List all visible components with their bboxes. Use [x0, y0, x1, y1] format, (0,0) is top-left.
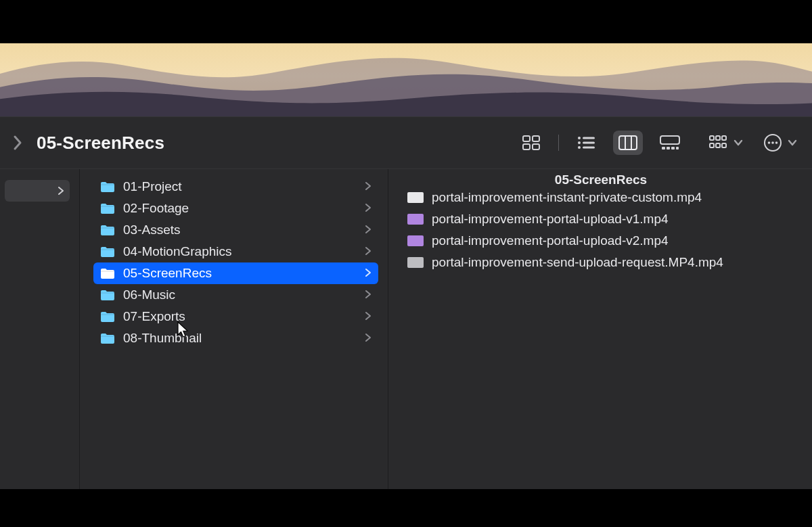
svg-rect-20 — [722, 136, 726, 140]
grid-icon — [522, 135, 540, 150]
window-title: 05-ScreenRecs — [37, 133, 164, 154]
folder-row[interactable]: 03-Assets — [93, 219, 378, 241]
action-menu-button[interactable] — [763, 133, 797, 152]
ellipsis-circle-icon — [763, 133, 782, 152]
folder-name: 02-Footage — [123, 201, 357, 216]
folder-name: 03-Assets — [123, 223, 357, 237]
folder-name: 05-ScreenRecs — [123, 266, 357, 281]
chevron-right-icon — [365, 201, 371, 216]
folder-name: 08-Thumbnail — [123, 331, 357, 346]
svg-rect-18 — [710, 136, 714, 140]
file-name: portal-improvement-send-upload-request.M… — [432, 255, 792, 270]
parent-folder-row[interactable] — [5, 180, 70, 202]
chevron-down-icon — [788, 139, 797, 146]
chevron-down-icon — [734, 139, 743, 146]
svg-rect-19 — [716, 136, 720, 140]
parent-column — [0, 169, 80, 489]
chevron-right-icon — [365, 288, 371, 302]
folder-row[interactable]: 04-MotionGraphics — [93, 241, 378, 262]
svg-point-4 — [578, 137, 581, 139]
chevron-right-icon — [58, 186, 64, 196]
list-icon — [577, 136, 595, 150]
svg-point-25 — [768, 141, 771, 144]
folder-row[interactable]: 05-ScreenRecs — [93, 262, 378, 284]
screen: 05-ScreenRecs — [0, 0, 812, 527]
svg-point-8 — [578, 146, 581, 149]
file-name: portal-improvement-instant-private-custo… — [432, 190, 792, 205]
folder-icon — [100, 267, 115, 279]
folder-icon — [100, 246, 115, 258]
gallery-icon — [660, 135, 680, 150]
video-thumbnail-icon — [407, 235, 424, 246]
column-view: 01-Project 02-Footage 03-Assets 04-Motio… — [0, 168, 812, 489]
svg-rect-13 — [660, 136, 679, 144]
folder-icon — [100, 311, 115, 323]
folder-row[interactable]: 02-Footage — [93, 198, 378, 219]
file-name: portal-improvement-portal-upload-v2.mp4 — [432, 233, 792, 248]
svg-rect-29 — [407, 214, 424, 225]
file-row[interactable]: portal-improvement-portal-upload-v2.mp4 — [401, 230, 798, 252]
svg-rect-14 — [662, 147, 665, 150]
folder-icon — [100, 289, 115, 301]
svg-rect-21 — [710, 143, 714, 147]
files-column: portal-improvement-instant-private-custo… — [388, 169, 812, 489]
svg-point-26 — [771, 141, 774, 144]
svg-point-27 — [775, 141, 778, 144]
group-icon — [709, 135, 728, 150]
chevron-right-icon — [365, 223, 371, 237]
file-row[interactable]: portal-improvement-portal-upload-v1.mp4 — [401, 208, 798, 230]
svg-rect-9 — [583, 147, 595, 149]
svg-rect-5 — [583, 137, 595, 139]
video-thumbnail-icon — [407, 257, 424, 268]
group-by-button[interactable] — [709, 135, 743, 150]
folder-icon — [100, 202, 115, 214]
chevron-right-icon — [12, 135, 23, 151]
svg-rect-30 — [407, 235, 424, 246]
video-thumbnail-icon — [407, 214, 424, 225]
svg-rect-2 — [523, 144, 530, 150]
svg-rect-17 — [676, 147, 679, 150]
svg-rect-15 — [667, 147, 670, 150]
folder-icon — [100, 181, 115, 193]
view-columns-button[interactable] — [613, 131, 643, 155]
video-thumbnail-icon — [407, 192, 424, 203]
svg-rect-28 — [407, 192, 424, 203]
folder-icon — [100, 332, 115, 344]
folder-row[interactable]: 06-Music — [93, 284, 378, 306]
view-switcher — [516, 131, 685, 155]
desktop-wallpaper — [0, 43, 812, 116]
folders-column: 01-Project 02-Footage 03-Assets 04-Motio… — [80, 169, 388, 489]
svg-rect-3 — [533, 144, 539, 150]
columns-icon — [618, 135, 637, 150]
view-icons-button[interactable] — [516, 131, 546, 155]
folder-row[interactable]: 07-Exports — [93, 306, 378, 327]
svg-rect-1 — [533, 136, 539, 141]
file-name: portal-improvement-portal-upload-v1.mp4 — [432, 212, 792, 227]
folder-row[interactable]: 01-Project — [93, 176, 378, 198]
svg-point-6 — [578, 141, 581, 144]
divider — [558, 135, 559, 151]
folder-name: 04-MotionGraphics — [123, 244, 357, 259]
view-list-button[interactable] — [571, 131, 601, 155]
file-row[interactable]: portal-improvement-instant-private-custo… — [401, 187, 798, 208]
finder-window: 05-ScreenRecs — [0, 116, 812, 489]
chevron-right-icon — [365, 179, 371, 194]
view-gallery-button[interactable] — [655, 131, 685, 155]
folder-icon — [100, 224, 115, 236]
svg-rect-7 — [583, 142, 595, 144]
file-row[interactable]: portal-improvement-send-upload-request.M… — [401, 252, 798, 273]
folder-name: 07-Exports — [123, 309, 357, 324]
folder-name: 06-Music — [123, 288, 357, 302]
svg-rect-16 — [671, 147, 675, 150]
svg-rect-0 — [523, 136, 530, 141]
back-button[interactable] — [4, 129, 31, 156]
svg-rect-31 — [407, 257, 424, 268]
chevron-right-icon — [365, 331, 371, 346]
folder-row[interactable]: 08-Thumbnail — [93, 327, 378, 349]
svg-rect-22 — [716, 143, 720, 147]
svg-rect-10 — [619, 136, 637, 150]
svg-rect-23 — [722, 143, 726, 147]
toolbar: 05-ScreenRecs — [0, 117, 812, 168]
folder-name: 01-Project — [123, 179, 357, 194]
chevron-right-icon — [365, 309, 371, 324]
